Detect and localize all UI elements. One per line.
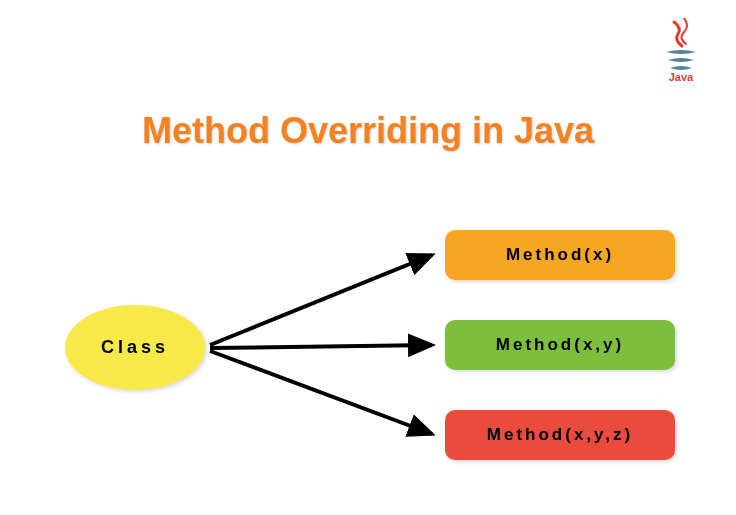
class-label: Class [101, 337, 169, 358]
method-label-1: Method(x) [506, 245, 614, 265]
method-box-3: Method(x,y,z) [445, 410, 675, 460]
java-logo-icon: Java [656, 18, 706, 83]
arrow-to-method-2 [210, 345, 432, 348]
method-box-2: Method(x,y) [445, 320, 675, 370]
method-label-3: Method(x,y,z) [487, 425, 633, 445]
diagram-title: Method Overriding in Java [0, 110, 736, 152]
method-box-1: Method(x) [445, 230, 675, 280]
java-logo-text: Java [669, 71, 694, 83]
arrow-to-method-1 [210, 255, 432, 345]
class-node: Class [65, 305, 205, 390]
method-label-2: Method(x,y) [496, 335, 624, 355]
arrow-to-method-3 [210, 351, 432, 434]
